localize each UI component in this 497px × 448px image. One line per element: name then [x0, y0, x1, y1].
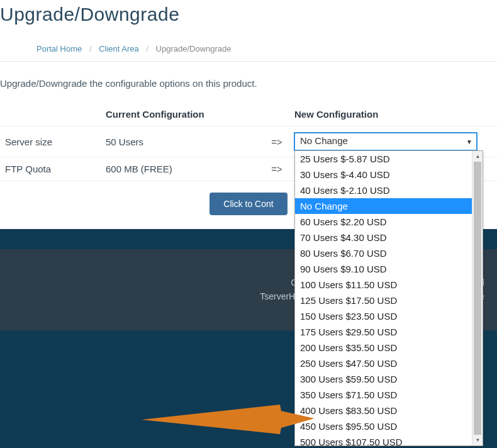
scroll-down-icon[interactable]: ▼	[472, 435, 483, 445]
dropdown-option[interactable]: 175 Users $29.50 USD	[295, 324, 483, 340]
dropdown-option[interactable]: 30 Users $-4.40 USD	[295, 167, 483, 182]
dropdown-option[interactable]: 25 Users $-5.87 USD	[295, 151, 483, 167]
arrow-icon: =>	[264, 157, 289, 181]
dropdown-option[interactable]: 500 Users $107.50 USD	[295, 434, 483, 446]
server-size-select-value: No Change	[300, 135, 348, 146]
ftp-quota-label: FTP Quota	[0, 157, 101, 181]
continue-button-label: Click to Cont	[223, 199, 273, 209]
scrollbar-thumb[interactable]	[474, 162, 481, 435]
server-size-dropdown[interactable]: 25 Users $-5.87 USD30 Users $-4.40 USD40…	[294, 150, 483, 446]
col-arrow-header	[264, 103, 289, 126]
dropdown-scrollbar[interactable]: ▲ ▼	[472, 151, 483, 445]
breadcrumb-current: Upgrade/Downgrade	[156, 44, 232, 53]
col-current-header: Current Configuration	[101, 103, 264, 126]
ftp-quota-current: 600 MB (FREE)	[101, 157, 264, 181]
dropdown-option[interactable]: 250 Users $47.50 USD	[295, 356, 483, 371]
dropdown-option[interactable]: 100 Users $11.50 USD	[295, 277, 483, 293]
dropdown-option[interactable]: 150 Users $23.50 USD	[295, 308, 483, 324]
server-size-label: Server size	[0, 126, 101, 157]
dropdown-option[interactable]: 125 Users $17.50 USD	[295, 293, 483, 308]
server-size-select[interactable]: No Change ▼	[294, 133, 477, 150]
config-table: Current Configuration New Configuration …	[0, 103, 497, 181]
col-label-header	[0, 103, 101, 126]
server-size-current: 50 Users	[101, 126, 264, 157]
col-new-header: New Configuration	[289, 103, 497, 126]
breadcrumb-client-area[interactable]: Client Area	[99, 44, 139, 53]
intro-text: Upgrade/Downgrade the configurable optio…	[0, 62, 497, 103]
dropdown-option[interactable]: 450 Users $95.50 USD	[295, 418, 483, 434]
breadcrumb-separator: /	[89, 44, 92, 53]
page-title: Upgrade/Downgrade	[0, 4, 497, 25]
dropdown-option[interactable]: 90 Users $9.10 USD	[295, 261, 483, 277]
dropdown-option[interactable]: 200 Users $35.50 USD	[295, 340, 483, 356]
dropdown-option[interactable]: 40 Users $-2.10 USD	[295, 182, 483, 198]
dropdown-option[interactable]: No Change	[295, 198, 483, 214]
dropdown-option[interactable]: 350 Users $71.50 USD	[295, 387, 483, 403]
dropdown-option[interactable]: 80 Users $6.70 USD	[295, 245, 483, 261]
breadcrumb: Portal Home / Client Area / Upgrade/Down…	[0, 36, 497, 62]
server-size-new-cell: No Change ▼ 25 Users $-5.87 USD30 Users …	[289, 126, 497, 157]
continue-button[interactable]: Click to Cont	[209, 193, 287, 215]
dropdown-option[interactable]: 400 Users $83.50 USD	[295, 403, 483, 418]
row-server-size: Server size 50 Users => No Change ▼ 25 U…	[0, 126, 497, 157]
table-header-row: Current Configuration New Configuration	[0, 103, 497, 126]
page-header: Upgrade/Downgrade	[0, 0, 497, 36]
breadcrumb-separator: /	[146, 44, 148, 53]
breadcrumb-home[interactable]: Portal Home	[36, 44, 82, 53]
arrow-icon: =>	[264, 126, 289, 157]
scroll-up-icon[interactable]: ▲	[472, 151, 483, 162]
dropdown-option[interactable]: 60 Users $2.20 USD	[295, 214, 483, 230]
caret-down-icon: ▼	[466, 138, 472, 145]
dropdown-option[interactable]: 300 Users $59.50 USD	[295, 371, 483, 387]
dropdown-option[interactable]: 70 Users $4.30 USD	[295, 230, 483, 245]
server-size-select-wrap: No Change ▼ 25 Users $-5.87 USD30 Users …	[294, 133, 477, 150]
